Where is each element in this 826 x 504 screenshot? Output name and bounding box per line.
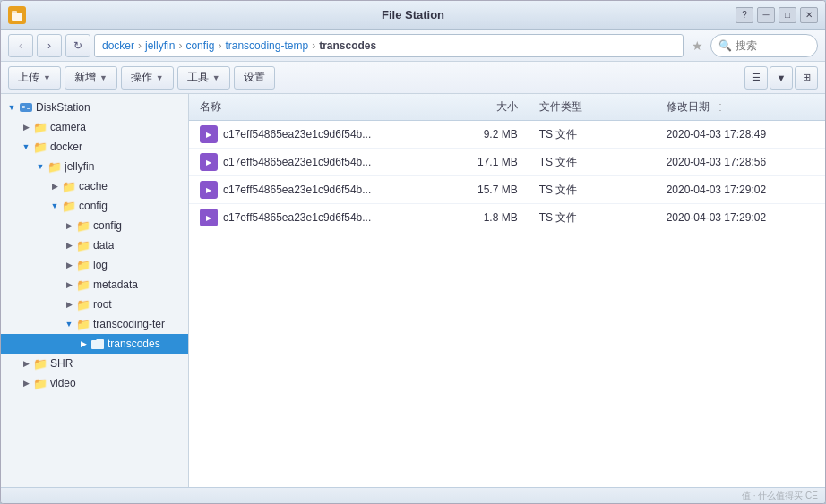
column-header-type[interactable]: 文件类型 [529,94,656,121]
address-bar: docker › jellyfin › config › transcoding… [94,34,684,57]
file-size: 17.1 MB [443,149,529,176]
title-bar-left [8,6,33,24]
back-button[interactable]: ‹ [8,34,33,57]
new-arrow: ▼ [99,73,108,82]
column-header-name[interactable]: 名称 [189,94,443,121]
breadcrumb-current: transcodes [319,39,376,52]
file-station-window: File Station ? ─ □ ✕ ‹ › ↻ docker › jell… [0,0,826,504]
bookmark-button[interactable]: ★ [687,36,707,56]
sidebar-item-data[interactable]: ▶ 📁 data [1,235,188,255]
minimize-button[interactable]: ─ [757,7,775,23]
folder-icon-shr: 📁 [33,356,47,371]
tools-button[interactable]: 工具 ▼ [177,66,230,90]
sidebar: ▼ DiskStation ▶ 📁 camera ▼ 📁 docker ▼ [1,94,189,487]
transcodes-label: transcodes [108,337,160,350]
file-type-icon [200,181,218,199]
file-name: c17eff54865ea23e1c9d6f54b... [223,184,371,196]
sidebar-item-metadata[interactable]: ▶ 📁 metadata [1,275,188,295]
sidebar-item-root[interactable]: ▶ 📁 root [1,295,188,314]
main-area: ▼ DiskStation ▶ 📁 camera ▼ 📁 docker ▼ [1,94,825,487]
sidebar-item-video[interactable]: ▶ 📁 video [1,373,188,393]
docker-label: docker [50,141,82,153]
breadcrumb-jellyfin[interactable]: jellyfin [145,39,175,52]
sidebar-item-shr[interactable]: ▶ 📁 SHR [1,354,188,373]
expand-arrow-config-child: ▶ [62,218,76,233]
list-view-button[interactable]: ☰ [744,66,768,90]
log-label: log [93,259,108,271]
file-name-cell: c17eff54865ea23e1c9d6f54b... [189,176,443,204]
column-header-modified[interactable]: 修改日期 ⋮ [656,94,825,121]
footer: 值 · 什么值得买 CE [1,487,825,503]
detail-view-button[interactable]: ⊞ [795,66,818,90]
file-type: TS 文件 [529,176,656,204]
title-bar: File Station ? ─ □ ✕ [1,1,825,30]
action-arrow: ▼ [156,73,164,82]
shr-label: SHR [50,357,73,370]
action-label: 操作 [131,70,152,85]
column-header-size[interactable]: 大小 [443,94,529,121]
sidebar-item-docker[interactable]: ▼ 📁 docker [1,137,188,157]
window-title: File Station [382,8,444,21]
file-type: TS 文件 [529,121,656,149]
new-label: 新增 [74,70,96,85]
upload-button[interactable]: 上传 ▼ [8,66,61,90]
file-list: 名称 大小 文件类型 修改日期 ⋮ [189,94,825,487]
folder-icon-transcodes [90,337,105,351]
settings-button[interactable]: 设置 [234,66,275,90]
sidebar-item-transcoding-temp[interactable]: ▼ 📁 transcoding-ter [1,314,188,334]
sidebar-item-cache[interactable]: ▶ 📁 cache [1,176,188,196]
table-row[interactable]: c17eff54865ea23e1c9d6f54b... 9.2 MB TS 文… [189,121,825,149]
forward-button[interactable]: › [37,34,62,57]
config-parent-label: config [79,200,108,212]
config-child-label: config [93,219,122,232]
sidebar-item-jellyfin[interactable]: ▼ 📁 jellyfin [1,157,188,176]
breadcrumb-config[interactable]: config [185,39,214,52]
folder-icon-cache: 📁 [62,179,76,193]
data-label: data [93,239,114,252]
jellyfin-label: jellyfin [65,160,94,173]
refresh-button[interactable]: ↻ [65,34,90,57]
sidebar-item-transcodes[interactable]: ▶ transcodes [1,334,188,354]
expand-arrow-log: ▶ [62,258,76,272]
table-row[interactable]: c17eff54865ea23e1c9d6f54b... 1.8 MB TS 文… [189,204,825,232]
file-table: 名称 大小 文件类型 修改日期 ⋮ [189,94,825,231]
metadata-label: metadata [93,278,138,291]
question-button[interactable]: ? [736,7,753,23]
file-type-icon [200,153,218,171]
file-date: 2020-04-03 17:29:02 [656,204,825,232]
action-button[interactable]: 操作 ▼ [121,66,174,90]
new-button[interactable]: 新增 ▼ [65,66,117,90]
sidebar-item-log[interactable]: ▶ 📁 log [1,255,188,275]
column-more-icon[interactable]: ⋮ [716,102,725,112]
file-date: 2020-04-03 17:28:49 [656,121,825,149]
file-name-cell: c17eff54865ea23e1c9d6f54b... [189,121,443,149]
table-row[interactable]: c17eff54865ea23e1c9d6f54b... 17.1 MB TS … [189,149,825,176]
upload-arrow: ▼ [43,73,51,82]
view-dropdown-button[interactable]: ▼ [770,66,793,90]
folder-icon-video: 📁 [33,376,47,390]
maximize-button[interactable]: □ [779,7,796,23]
sidebar-item-camera[interactable]: ▶ 📁 camera [1,117,188,137]
sidebar-item-config-parent[interactable]: ▼ 📁 config [1,196,188,216]
search-icon: 🔍 [718,39,732,52]
file-name: c17eff54865ea23e1c9d6f54b... [223,128,371,141]
table-row[interactable]: c17eff54865ea23e1c9d6f54b... 15.7 MB TS … [189,176,825,204]
tools-arrow: ▼ [212,73,220,82]
view-buttons: ☰ ▼ ⊞ [744,66,818,90]
expand-arrow-config-parent: ▼ [47,199,62,213]
file-date: 2020-04-03 17:28:56 [656,149,825,176]
sidebar-item-config-child[interactable]: ▶ 📁 config [1,216,188,235]
cache-label: cache [79,180,108,192]
breadcrumb-transcoding-temp[interactable]: transcoding-temp [225,39,308,52]
file-name: c17eff54865ea23e1c9d6f54b... [223,211,371,224]
close-button[interactable]: ✕ [800,7,818,23]
file-size: 1.8 MB [443,204,529,232]
sidebar-item-diskstation[interactable]: ▼ DiskStation [1,98,188,117]
search-input[interactable] [736,39,807,52]
file-name-cell: c17eff54865ea23e1c9d6f54b... [189,149,443,176]
settings-label: 设置 [244,70,265,85]
expand-arrow-docker: ▼ [19,140,33,154]
root-label: root [93,298,112,311]
svg-rect-3 [22,106,25,108]
breadcrumb-docker[interactable]: docker [102,39,134,52]
